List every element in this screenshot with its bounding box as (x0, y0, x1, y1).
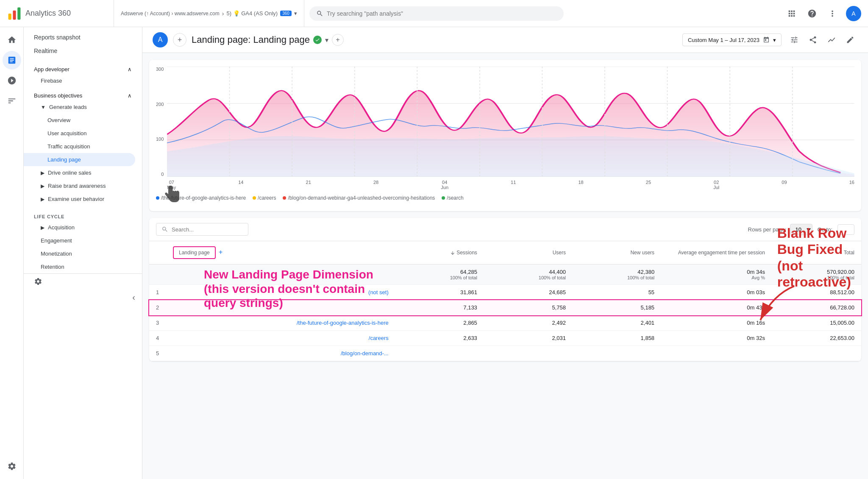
report-table: Landing page + Sessions Users New users … (149, 241, 861, 361)
row3-avg-eng: 0m 16s (661, 315, 772, 331)
row2-page[interactable] (166, 300, 395, 315)
row2-new-users: 5,185 (573, 300, 661, 315)
add-comparison-button[interactable]: + (173, 33, 186, 47)
report-dropdown-button[interactable]: ▾ (325, 36, 328, 44)
sidebar-item-landing-page[interactable]: Landing page (24, 153, 135, 166)
row3-page[interactable]: /the-future-of-google-analytics-is-here (166, 315, 395, 331)
acquisition-arrow: ▶ (41, 225, 45, 231)
sidebar-collapse-button[interactable]: ‹ (24, 289, 142, 306)
table-search[interactable] (156, 223, 248, 236)
sidebar-item-overview[interactable]: Overview (24, 114, 142, 127)
rows-per-page-label: Rows per page: (748, 226, 787, 233)
sidebar-bottom: ‹ (24, 273, 142, 306)
business-objectives-section: Business objectives ∧ ▼ Generate leads O… (24, 87, 142, 206)
total-sessions-sub: 100% of total (402, 275, 477, 280)
row5-users (484, 346, 573, 361)
sidebar-item-realtime[interactable]: Realtime (24, 44, 142, 58)
x-label-11: 11 (511, 180, 516, 190)
topbar: Analytics 360 Adswerve (↑ Account) › www… (0, 0, 868, 27)
total-avg-sub: Avg % (668, 275, 765, 280)
row1-avg-eng: 0m 03s (661, 285, 772, 300)
landing-page-label: Landing page (47, 156, 81, 163)
table-row-highlighted: 2 7,133 5,758 5,185 0m 43s 66,728.00 (149, 300, 861, 315)
table-row: 1 (not set) 31,861 24,685 55 0m 03s 88,5… (149, 285, 861, 300)
sidebar-item-examine-user-behavior[interactable]: ▶ Examine user behavior (24, 192, 142, 206)
legend-item-3: /blog/on-demand-webinar-ga4-unleashed-ov… (283, 195, 435, 201)
chart-container: 300 200 100 0 (149, 60, 861, 211)
sidebar-item-firebase[interactable]: Firebase (24, 74, 142, 87)
global-search[interactable] (309, 6, 564, 21)
sidebar-item-user-acquisition[interactable]: User acquisition (24, 127, 142, 140)
lifecycle-section: Life cycle ▶ Acquisition Engagement Mone… (24, 209, 142, 273)
nav-settings-icon[interactable] (3, 457, 21, 476)
row4-num: 4 (149, 331, 166, 346)
help-icon[interactable] (805, 7, 819, 20)
go-to-input[interactable] (837, 224, 854, 235)
col-header-avg-engagement[interactable]: Average engagement time per session (661, 241, 772, 265)
edit-button[interactable] (843, 32, 858, 47)
sidebar-item-retention[interactable]: Retention (24, 260, 142, 273)
monetization-label: Monetization (41, 251, 72, 257)
add-metric-button[interactable]: + (332, 34, 344, 46)
sidebar-item-drive-online-sales[interactable]: ▶ Drive online sales (24, 166, 142, 179)
user-avatar[interactable]: A (846, 6, 861, 21)
sidebar-item-acquisition[interactable]: ▶ Acquisition (24, 221, 142, 234)
chart-area: 07May 14 21 28 04Jun 11 18 25 02Jul 09 1… (167, 67, 854, 192)
sidebar-item-engagement[interactable]: Engagement (24, 234, 142, 247)
sidebar-item-monetization[interactable]: Monetization (24, 247, 142, 260)
rows-per-page-select[interactable]: 10 25 50 (790, 224, 812, 235)
total-avg-cell: 0m 34s Avg % (661, 265, 772, 285)
total-sessions-cell: 64,285 100% of total (395, 265, 484, 285)
x-label-25: 25 (646, 180, 651, 190)
sidebar-settings-button[interactable] (24, 274, 142, 289)
icon-nav (0, 27, 24, 479)
main-layout: Reports snapshot Realtime App developer … (0, 27, 868, 479)
x-label-02-jul: 02Jul (713, 180, 719, 190)
col-header-landing-page[interactable]: Landing page + (166, 241, 395, 265)
nav-home-icon[interactable] (3, 31, 21, 49)
report-header: A + Landing page: Landing page ▾ + Custo… (142, 27, 868, 53)
grid-icon[interactable] (785, 7, 798, 20)
col-header-users[interactable]: Users (484, 241, 573, 265)
lifecycle-category: Life cycle (24, 209, 142, 221)
row4-page[interactable]: /careers (166, 331, 395, 346)
table-row: 5 /blog/on-demand-... (149, 346, 861, 361)
sidebar-item-reports-snapshot[interactable]: Reports snapshot (24, 31, 142, 44)
account-selector[interactable]: Adswerve (↑ Account) › www.adswerve.com … (114, 0, 304, 27)
add-col-button[interactable]: + (219, 248, 223, 256)
property-badge: 360 (280, 11, 292, 16)
row1-page[interactable]: (not set) (166, 285, 395, 300)
row5-sessions (395, 346, 484, 361)
total-new-users-value: 42,380 (579, 269, 654, 275)
col-header-total[interactable]: Total (772, 241, 861, 265)
chart-svg (167, 67, 854, 177)
table-search-input[interactable] (172, 226, 243, 233)
search-input[interactable] (327, 10, 557, 17)
insights-button[interactable] (824, 32, 839, 47)
total-new-users-sub: 100% of total (579, 275, 654, 280)
row1-num: 1 (149, 285, 166, 300)
legend-label-4: /search (447, 195, 463, 201)
chevron-down-icon2: ▾ (294, 10, 297, 17)
total-total-cell: 570,920.00 100% of total (772, 265, 861, 285)
date-range-selector[interactable]: Custom May 1 – Jul 17, 2023 ▾ (682, 33, 782, 46)
nav-explore-icon[interactable] (3, 71, 21, 90)
more-vert-icon[interactable] (826, 7, 839, 20)
row5-page[interactable]: /blog/on-demand-... (166, 346, 395, 361)
business-objectives-header[interactable]: Business objectives ∧ (24, 87, 142, 100)
sidebar-item-traffic-acquisition[interactable]: Traffic acquisition (24, 140, 142, 153)
overview-label: Overview (47, 117, 70, 123)
reports-snapshot-label: Reports snapshot (34, 34, 81, 41)
sidebar-item-raise-brand-awareness[interactable]: ▶ Raise brand awareness (24, 179, 142, 192)
sidebar-item-generate-leads[interactable]: ▼ Generate leads (24, 100, 142, 114)
legend-item-1: /the-future-of-google-analytics-is-here (156, 195, 246, 201)
nav-reports-icon[interactable] (3, 51, 21, 70)
col-header-sessions[interactable]: Sessions (395, 241, 484, 265)
customize-report-button[interactable] (787, 32, 802, 47)
nav-advertising-icon[interactable] (3, 92, 21, 110)
share-button[interactable] (805, 32, 821, 47)
col-header-new-users[interactable]: New users (573, 241, 661, 265)
app-developer-header[interactable]: App developer ∧ (24, 61, 142, 74)
row2-num: 2 (149, 300, 166, 315)
traffic-acquisition-label: Traffic acquisition (47, 143, 90, 150)
